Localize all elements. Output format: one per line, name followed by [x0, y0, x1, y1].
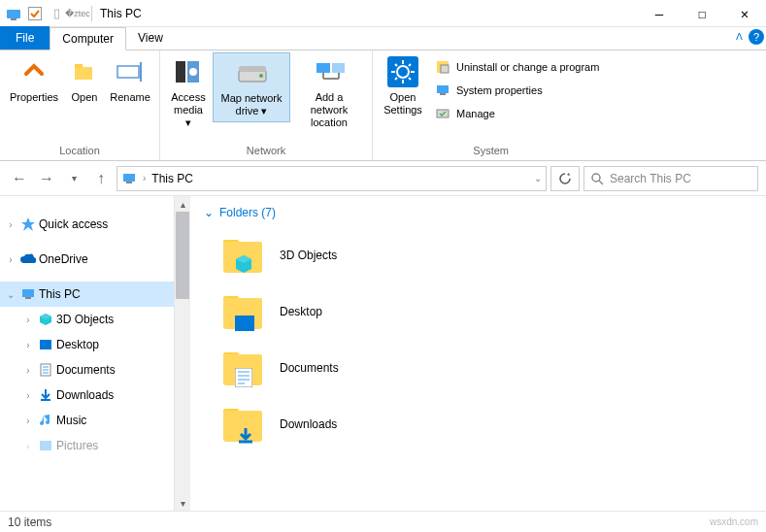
chevron-right-icon[interactable]: ›	[21, 315, 35, 325]
properties-button[interactable]: Properties	[4, 52, 64, 108]
onedrive-icon	[19, 250, 37, 268]
svg-rect-2	[29, 7, 42, 19]
tree-label: OneDrive	[39, 252, 88, 266]
back-button[interactable]: ←	[8, 167, 31, 190]
chevron-right-icon[interactable]: ›	[21, 441, 35, 451]
tree-downloads[interactable]: › Downloads	[0, 382, 174, 408]
tab-view[interactable]: View	[126, 26, 175, 50]
chevron-right-icon[interactable]: ›	[21, 416, 35, 426]
navigation-tree[interactable]: › Quick access › OneDrive ⌄ This PC › 3D…	[0, 196, 175, 511]
tree-onedrive[interactable]: › OneDrive	[0, 247, 174, 272]
group-system-label: System	[473, 143, 509, 160]
system-properties-icon	[435, 83, 450, 98]
tab-computer[interactable]: Computer	[50, 27, 126, 50]
tree-documents[interactable]: › Documents	[0, 357, 174, 382]
tree-label: Desktop	[56, 338, 99, 351]
svg-point-35	[592, 174, 600, 182]
system-properties-button[interactable]: System properties	[435, 80, 599, 101]
documents-icon	[37, 361, 54, 379]
checkbox-qat-icon[interactable]	[25, 4, 45, 23]
open-button[interactable]: Open	[64, 52, 105, 108]
drive-icon	[236, 57, 267, 88]
maximize-button[interactable]: ☐	[681, 0, 723, 27]
address-bar[interactable]: › This PC ⌄	[117, 166, 547, 191]
chevron-right-icon[interactable]: ›	[4, 219, 17, 230]
scroll-down-icon[interactable]: ▾	[175, 495, 190, 511]
forward-button[interactable]: →	[35, 167, 58, 190]
tree-label: Quick access	[39, 217, 108, 231]
section-label: Folders (7)	[219, 206, 276, 219]
folders-section-header[interactable]: ⌄ Folders (7)	[204, 206, 752, 219]
chevron-right-icon[interactable]: ›	[4, 254, 17, 265]
minimize-button[interactable]: —	[638, 0, 681, 27]
tree-scrollbar[interactable]: ▴ ▾	[175, 196, 190, 511]
map-network-drive-button[interactable]: Map network drive ▾	[213, 52, 290, 122]
uninstall-icon	[435, 59, 450, 75]
folder-3d-objects[interactable]: 3D Objects	[204, 227, 752, 283]
refresh-button[interactable]	[550, 166, 580, 191]
address-path[interactable]: This PC	[151, 172, 528, 185]
help-icon[interactable]: ?	[749, 29, 764, 45]
desktop-icon	[37, 336, 54, 353]
chevron-right-icon[interactable]: ›	[21, 365, 35, 376]
tree-quick-access[interactable]: › Quick access	[0, 212, 174, 237]
open-label: Open	[72, 91, 98, 104]
folder-icon	[221, 234, 264, 277]
up-button[interactable]: ↑	[89, 167, 113, 190]
svg-rect-14	[332, 63, 345, 73]
qat-dropdown-icon[interactable]: �ztec	[68, 4, 87, 23]
scroll-thumb[interactable]	[176, 212, 189, 299]
scroll-up-icon[interactable]: ▴	[175, 196, 190, 212]
manage-label: Manage	[456, 108, 495, 119]
svg-rect-5	[117, 66, 139, 78]
tree-pictures[interactable]: › Pictures	[0, 433, 174, 458]
add-location-label: Add a network location	[296, 91, 362, 130]
chevron-right-icon[interactable]: ›	[21, 340, 35, 350]
content-pane[interactable]: ⌄ Folders (7) 3D Objects Desktop Documen…	[190, 196, 766, 511]
svg-rect-47	[235, 368, 252, 387]
add-network-location-button[interactable]: Add a network location	[290, 52, 368, 134]
rename-button[interactable]: Rename	[105, 52, 155, 108]
chevron-down-icon[interactable]: ⌄	[4, 289, 17, 300]
downloads-icon	[37, 386, 54, 404]
collapse-ribbon-icon[interactable]: ᐱ	[736, 31, 743, 42]
tree-label: This PC	[39, 287, 81, 301]
uninstall-program-button[interactable]: Uninstall or change a program	[435, 56, 599, 78]
pictures-icon	[37, 437, 54, 454]
tree-this-pc[interactable]: ⌄ This PC	[0, 282, 174, 307]
open-settings-button[interactable]: Open Settings	[377, 52, 429, 120]
svg-line-25	[409, 78, 411, 80]
file-menu[interactable]: File	[0, 26, 50, 50]
address-dropdown-icon[interactable]: ⌄	[534, 173, 542, 183]
tree-label: Documents	[56, 363, 116, 377]
tree-label: Pictures	[56, 439, 98, 452]
manage-button[interactable]: Manage	[435, 103, 599, 124]
folder-downloads[interactable]: Downloads	[204, 396, 752, 452]
3d-objects-icon	[37, 311, 54, 328]
divider	[91, 6, 92, 21]
chevron-right-icon[interactable]: ›	[143, 173, 146, 183]
tree-3d-objects[interactable]: › 3D Objects	[0, 307, 174, 332]
open-settings-label: Open Settings	[383, 91, 423, 116]
folder-icon	[221, 347, 264, 389]
close-button[interactable]: ✕	[723, 0, 766, 27]
chevron-down-icon[interactable]: ⌄	[204, 206, 214, 219]
recent-dropdown[interactable]: ▾	[62, 167, 85, 190]
quick-access-icon	[19, 216, 37, 233]
folder-label: Documents	[280, 361, 339, 375]
tree-desktop[interactable]: › Desktop	[0, 332, 174, 357]
pc-icon	[19, 285, 37, 303]
folder-icon	[221, 403, 264, 446]
folder-documents[interactable]: Documents	[204, 340, 752, 396]
search-input[interactable]: Search This PC	[583, 166, 758, 191]
network-location-icon	[314, 56, 345, 87]
folder-label: 3D Objects	[280, 249, 337, 262]
chevron-right-icon[interactable]: ›	[21, 390, 35, 401]
tree-music[interactable]: › Music	[0, 408, 174, 433]
folder-desktop[interactable]: Desktop	[204, 283, 752, 340]
document-qat-icon[interactable]: ▯	[47, 4, 66, 23]
access-media-button[interactable]: Access media ▾	[164, 52, 213, 134]
svg-line-26	[395, 78, 397, 80]
rename-label: Rename	[110, 91, 150, 104]
svg-rect-1	[11, 18, 17, 20]
